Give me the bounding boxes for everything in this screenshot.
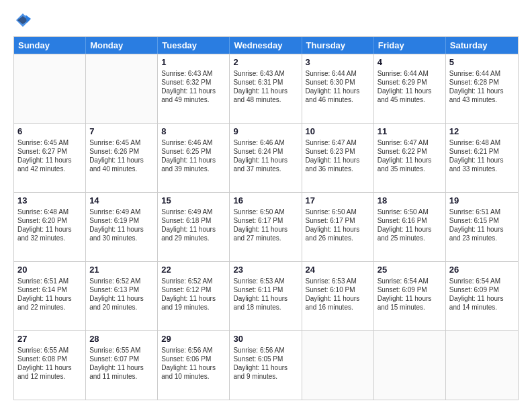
day-number: 7 [89,126,154,138]
cell-info: Sunrise: 6:52 AM Sunset: 6:12 PM Dayligh… [161,277,226,312]
day-number: 29 [161,333,226,345]
cell-info: Sunrise: 6:56 AM Sunset: 6:05 PM Dayligh… [233,346,298,381]
cal-cell-29: 29Sunrise: 6:56 AM Sunset: 6:06 PM Dayli… [158,331,230,400]
day-number: 14 [89,195,154,207]
cell-info: Sunrise: 6:47 AM Sunset: 6:23 PM Dayligh… [306,138,370,173]
cell-info: Sunrise: 6:46 AM Sunset: 6:24 PM Dayligh… [233,138,298,173]
cal-row-1: 6Sunrise: 6:45 AM Sunset: 6:27 PM Daylig… [14,123,518,192]
cal-cell-empty-4-4 [302,331,374,400]
cal-row-4: 27Sunrise: 6:55 AM Sunset: 6:08 PM Dayli… [14,330,518,400]
cell-info: Sunrise: 6:45 AM Sunset: 6:26 PM Dayligh… [89,138,154,173]
cell-info: Sunrise: 6:54 AM Sunset: 6:09 PM Dayligh… [449,277,515,312]
day-number: 16 [233,195,298,207]
header-day-sunday: Sunday [14,37,86,54]
cell-info: Sunrise: 6:49 AM Sunset: 6:18 PM Dayligh… [161,208,226,242]
cell-info: Sunrise: 6:52 AM Sunset: 6:13 PM Dayligh… [89,277,154,312]
day-number: 15 [161,195,226,207]
cal-cell-empty-4-5 [374,331,446,400]
day-number: 11 [378,126,442,138]
cell-info: Sunrise: 6:56 AM Sunset: 6:06 PM Dayligh… [161,346,226,381]
cal-cell-22: 22Sunrise: 6:52 AM Sunset: 6:12 PM Dayli… [158,262,230,330]
cell-info: Sunrise: 6:44 AM Sunset: 6:29 PM Dayligh… [378,69,442,104]
header-day-thursday: Thursday [302,37,374,54]
cal-cell-6: 6Sunrise: 6:45 AM Sunset: 6:27 PM Daylig… [14,124,86,192]
cal-cell-24: 24Sunrise: 6:53 AM Sunset: 6:10 PM Dayli… [302,262,374,330]
cal-cell-19: 19Sunrise: 6:51 AM Sunset: 6:15 PM Dayli… [446,193,518,261]
page: SundayMondayTuesdayWednesdayThursdayFrid… [0,0,532,411]
cal-cell-11: 11Sunrise: 6:47 AM Sunset: 6:22 PM Dayli… [374,124,446,192]
cell-info: Sunrise: 6:48 AM Sunset: 6:20 PM Dayligh… [17,208,82,242]
calendar: SundayMondayTuesdayWednesdayThursdayFrid… [13,36,519,400]
calendar-header: SundayMondayTuesdayWednesdayThursdayFrid… [14,37,518,54]
day-number: 23 [233,264,298,276]
header-day-friday: Friday [374,37,446,54]
cell-info: Sunrise: 6:50 AM Sunset: 6:17 PM Dayligh… [233,208,298,242]
cal-cell-empty-0-1 [86,54,158,123]
cal-cell-empty-0-0 [14,54,86,123]
day-number: 6 [17,126,82,138]
cell-info: Sunrise: 6:55 AM Sunset: 6:08 PM Dayligh… [17,346,82,381]
cal-cell-10: 10Sunrise: 6:47 AM Sunset: 6:23 PM Dayli… [302,124,374,192]
cal-cell-15: 15Sunrise: 6:49 AM Sunset: 6:18 PM Dayli… [158,193,230,261]
day-number: 4 [378,56,442,68]
header-day-saturday: Saturday [446,37,518,54]
day-number: 1 [161,56,226,68]
cell-info: Sunrise: 6:51 AM Sunset: 6:15 PM Dayligh… [449,208,515,242]
day-number: 27 [17,333,82,345]
day-number: 28 [89,333,154,345]
cell-info: Sunrise: 6:53 AM Sunset: 6:10 PM Dayligh… [306,277,370,312]
logo-icon [13,11,32,30]
cell-info: Sunrise: 6:51 AM Sunset: 6:14 PM Dayligh… [17,277,82,312]
cal-cell-14: 14Sunrise: 6:49 AM Sunset: 6:19 PM Dayli… [86,193,158,261]
day-number: 25 [378,264,442,276]
day-number: 22 [161,264,226,276]
cal-row-3: 20Sunrise: 6:51 AM Sunset: 6:14 PM Dayli… [14,261,518,330]
header-day-wednesday: Wednesday [230,37,302,54]
cal-cell-21: 21Sunrise: 6:52 AM Sunset: 6:13 PM Dayli… [86,262,158,330]
header-day-tuesday: Tuesday [158,37,230,54]
cell-info: Sunrise: 6:44 AM Sunset: 6:28 PM Dayligh… [449,69,515,104]
cal-row-2: 13Sunrise: 6:48 AM Sunset: 6:20 PM Dayli… [14,192,518,261]
cal-cell-17: 17Sunrise: 6:50 AM Sunset: 6:17 PM Dayli… [302,193,374,261]
cal-cell-5: 5Sunrise: 6:44 AM Sunset: 6:28 PM Daylig… [446,54,518,123]
calendar-body: 1Sunrise: 6:43 AM Sunset: 6:32 PM Daylig… [14,54,518,400]
cell-info: Sunrise: 6:46 AM Sunset: 6:25 PM Dayligh… [161,138,226,173]
cal-cell-20: 20Sunrise: 6:51 AM Sunset: 6:14 PM Dayli… [14,262,86,330]
day-number: 9 [233,126,298,138]
day-number: 19 [449,195,515,207]
day-number: 5 [449,56,515,68]
day-number: 18 [378,195,442,207]
cell-info: Sunrise: 6:55 AM Sunset: 6:07 PM Dayligh… [89,346,154,381]
cal-cell-26: 26Sunrise: 6:54 AM Sunset: 6:09 PM Dayli… [446,262,518,330]
day-number: 24 [306,264,370,276]
cal-cell-27: 27Sunrise: 6:55 AM Sunset: 6:08 PM Dayli… [14,331,86,400]
day-number: 26 [449,264,515,276]
day-number: 2 [233,56,298,68]
cell-info: Sunrise: 6:43 AM Sunset: 6:31 PM Dayligh… [233,69,298,104]
cell-info: Sunrise: 6:48 AM Sunset: 6:21 PM Dayligh… [449,138,515,173]
cal-cell-16: 16Sunrise: 6:50 AM Sunset: 6:17 PM Dayli… [230,193,302,261]
cal-cell-30: 30Sunrise: 6:56 AM Sunset: 6:05 PM Dayli… [230,331,302,400]
day-number: 21 [89,264,154,276]
day-number: 17 [306,195,370,207]
cell-info: Sunrise: 6:45 AM Sunset: 6:27 PM Dayligh… [17,138,82,173]
day-number: 10 [306,126,370,138]
cell-info: Sunrise: 6:53 AM Sunset: 6:11 PM Dayligh… [233,277,298,312]
cal-cell-7: 7Sunrise: 6:45 AM Sunset: 6:26 PM Daylig… [86,124,158,192]
cal-cell-2: 2Sunrise: 6:43 AM Sunset: 6:31 PM Daylig… [230,54,302,123]
header-day-monday: Monday [86,37,158,54]
cell-info: Sunrise: 6:47 AM Sunset: 6:22 PM Dayligh… [378,138,442,173]
cal-cell-3: 3Sunrise: 6:44 AM Sunset: 6:30 PM Daylig… [302,54,374,123]
cell-info: Sunrise: 6:49 AM Sunset: 6:19 PM Dayligh… [89,208,154,242]
day-number: 12 [449,126,515,138]
day-number: 13 [17,195,82,207]
cell-info: Sunrise: 6:50 AM Sunset: 6:17 PM Dayligh… [306,208,370,242]
cal-cell-1: 1Sunrise: 6:43 AM Sunset: 6:32 PM Daylig… [158,54,230,123]
day-number: 3 [306,56,370,68]
header [13,11,519,30]
cal-row-0: 1Sunrise: 6:43 AM Sunset: 6:32 PM Daylig… [14,54,518,123]
cal-cell-28: 28Sunrise: 6:55 AM Sunset: 6:07 PM Dayli… [86,331,158,400]
cell-info: Sunrise: 6:54 AM Sunset: 6:09 PM Dayligh… [378,277,442,312]
day-number: 20 [17,264,82,276]
day-number: 30 [233,333,298,345]
